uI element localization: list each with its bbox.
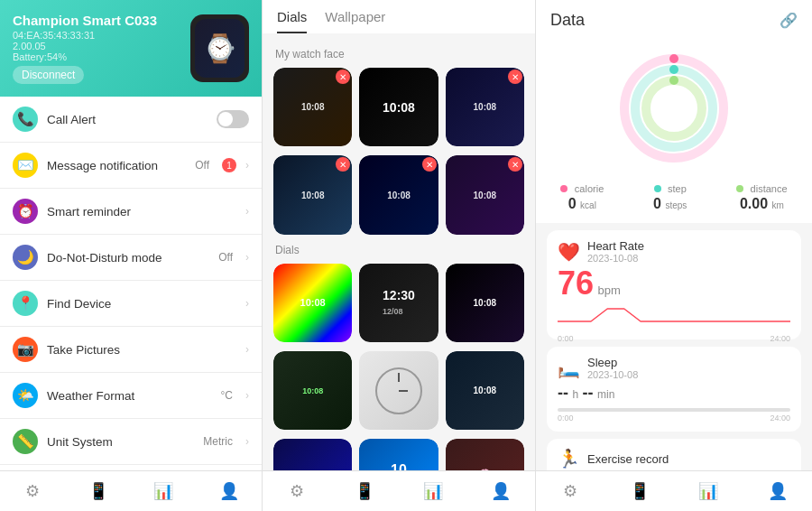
distance-label: distance bbox=[751, 183, 788, 194]
calorie-dot bbox=[560, 185, 567, 192]
right-nav-phone[interactable]: 📱 bbox=[627, 478, 652, 504]
watch-face-2-thumb: 10:08 bbox=[359, 68, 438, 146]
menu-item-take-pictures[interactable]: 📷 Take Pictures › bbox=[0, 327, 262, 373]
camera-icon: 📷 bbox=[13, 337, 38, 362]
calorie-value: 0 bbox=[568, 196, 577, 211]
sleep-icon: 🛏️ bbox=[558, 358, 580, 379]
weather-icon: 🌤️ bbox=[13, 383, 38, 408]
reminder-label: Smart reminder bbox=[47, 205, 236, 218]
menu-item-weather[interactable]: 🌤️ Weather Format °C › bbox=[0, 373, 262, 419]
dial-blue[interactable]: 10:08 bbox=[273, 439, 352, 470]
reminder-arrow: › bbox=[245, 205, 249, 218]
message-value: Off bbox=[195, 159, 209, 172]
dials-title: Dials bbox=[275, 244, 524, 256]
dial-sport-thumb: 10:08 bbox=[273, 351, 352, 430]
right-nav-activity[interactable]: 📊 bbox=[696, 478, 721, 504]
watch-face-2[interactable]: 10:08 bbox=[359, 68, 438, 146]
dials-row3: 10:08 1008 🌸 bbox=[273, 439, 524, 470]
left-nav-profile[interactable]: 👤 bbox=[217, 478, 242, 504]
call-alert-label: Call Alert bbox=[47, 113, 208, 126]
health-cards: ❤️ Heart Rate 2023-10-08 76 bpm 0:00 24:… bbox=[536, 223, 812, 470]
heart-rate-unit: bpm bbox=[598, 283, 621, 297]
weather-label: Weather Format bbox=[47, 389, 212, 403]
dials-content: My watch face 10:08 ✕ 10:08 10:08 ✕ bbox=[263, 33, 535, 470]
weather-arrow: › bbox=[245, 389, 249, 402]
find-device-arrow: › bbox=[245, 297, 249, 310]
menu-item-smart-reminder[interactable]: ⏰ Smart reminder › bbox=[0, 189, 262, 235]
device-mac: 04:EA:35:43:33:31 bbox=[13, 30, 181, 41]
sleep-title: Sleep bbox=[587, 356, 638, 369]
activity-rings bbox=[615, 50, 733, 167]
heart-rate-value: 76 bbox=[558, 265, 594, 302]
heart-rate-chart: 0:00 24:00 bbox=[558, 303, 790, 330]
menu-item-find-device[interactable]: 📍 Find Device › bbox=[0, 281, 262, 327]
dial-floral[interactable]: 🌸 bbox=[446, 439, 524, 470]
right-nav-settings[interactable]: ⚙ bbox=[558, 478, 583, 504]
sleep-m-value: -- bbox=[583, 384, 594, 402]
watch-face-6[interactable]: 10:08 ✕ bbox=[446, 155, 524, 234]
mid-nav-profile[interactable]: 👤 bbox=[488, 478, 513, 504]
right-bottom-nav: ⚙ 📱 📊 👤 bbox=[536, 470, 812, 511]
middle-panel: Dials Wallpaper My watch face 10:08 ✕ 10… bbox=[262, 0, 536, 511]
dial-bright[interactable]: 1008 bbox=[359, 439, 438, 470]
data-title: Data bbox=[550, 11, 585, 30]
tab-wallpaper[interactable]: Wallpaper bbox=[325, 9, 385, 33]
watch-image bbox=[190, 14, 249, 82]
dial-heart-thumb: 10:08 bbox=[446, 264, 524, 342]
unit-arrow: › bbox=[245, 435, 249, 448]
unit-icon: 📏 bbox=[13, 429, 38, 454]
weather-value: °C bbox=[221, 389, 233, 402]
dial-minimal[interactable] bbox=[359, 351, 438, 430]
dial-dark[interactable]: 12:3012/08 bbox=[359, 264, 438, 342]
take-pictures-arrow: › bbox=[245, 343, 249, 356]
message-label: Message notification bbox=[47, 159, 186, 172]
device-name: Champion Smart C033 bbox=[13, 13, 181, 28]
disconnect-button[interactable]: Disconnect bbox=[13, 66, 84, 84]
dial-digital[interactable]: 10:08 bbox=[446, 351, 524, 430]
link-icon[interactable]: 🔗 bbox=[780, 12, 798, 29]
calorie-unit: kcal bbox=[580, 200, 596, 210]
reminder-icon: ⏰ bbox=[13, 199, 38, 224]
hr-time-end: 24:00 bbox=[770, 334, 790, 343]
tab-dials[interactable]: Dials bbox=[277, 9, 307, 33]
left-nav-settings[interactable]: ⚙ bbox=[20, 478, 45, 504]
menu-item-call-alert[interactable]: 📞 Call Alert bbox=[0, 97, 262, 143]
call-alert-toggle[interactable] bbox=[217, 110, 249, 128]
my-watch-faces-row2: 10:08 ✕ 10:08 ✕ 10:08 ✕ bbox=[273, 155, 524, 234]
watch-face-3[interactable]: 10:08 ✕ bbox=[446, 68, 524, 146]
watch-face-3-close[interactable]: ✕ bbox=[508, 70, 522, 84]
find-device-icon: 📍 bbox=[13, 291, 38, 316]
sleep-h-value: -- bbox=[558, 384, 568, 402]
mid-nav-settings[interactable]: ⚙ bbox=[284, 478, 309, 504]
menu-item-message[interactable]: ✉️ Message notification Off 1 › bbox=[0, 143, 262, 189]
call-icon: 📞 bbox=[13, 107, 38, 132]
mid-nav-activity[interactable]: 📊 bbox=[420, 478, 446, 504]
dial-sport[interactable]: 10:08 bbox=[273, 351, 352, 430]
watch-face-5[interactable]: 10:08 ✕ bbox=[359, 155, 438, 234]
menu-item-dnd[interactable]: 🌙 Do-Not-Disturb mode Off › bbox=[0, 235, 262, 281]
dials-row2: 10:08 10:08 bbox=[273, 351, 524, 430]
watch-face-5-close[interactable]: ✕ bbox=[422, 157, 437, 172]
my-watch-face-title: My watch face bbox=[275, 48, 524, 60]
exercise-title: Exercise record bbox=[587, 452, 669, 466]
dnd-arrow: › bbox=[245, 251, 249, 264]
distance-dot bbox=[736, 185, 743, 192]
right-nav-profile[interactable]: 👤 bbox=[765, 478, 790, 504]
middle-bottom-nav: ⚙ 📱 📊 👤 bbox=[263, 470, 535, 511]
data-header: Data 🔗 bbox=[536, 0, 812, 41]
dial-floral-thumb: 🌸 bbox=[446, 439, 524, 470]
exercise-card: 🏃 Exercise record bbox=[547, 439, 801, 470]
dnd-label: Do-Not-Disturb mode bbox=[47, 251, 209, 265]
dial-heart[interactable]: 10:08 bbox=[446, 264, 524, 342]
watch-face-1[interactable]: 10:08 ✕ bbox=[273, 68, 352, 146]
message-icon: ✉️ bbox=[13, 153, 38, 178]
left-nav-activity[interactable]: 📊 bbox=[151, 478, 176, 504]
menu-item-unit[interactable]: 📏 Unit System Metric › bbox=[0, 419, 262, 465]
left-nav-phone[interactable]: 📱 bbox=[86, 478, 111, 504]
watch-face-4[interactable]: 10:08 ✕ bbox=[273, 155, 352, 234]
menu-list: 📞 Call Alert ✉️ Message notification Off… bbox=[0, 97, 262, 470]
step-stat: step 0 steps bbox=[653, 180, 687, 212]
dial-rainbow[interactable]: 10:08 bbox=[273, 264, 352, 342]
mid-nav-phone[interactable]: 📱 bbox=[352, 478, 377, 504]
dial-bright-thumb: 1008 bbox=[359, 439, 438, 470]
